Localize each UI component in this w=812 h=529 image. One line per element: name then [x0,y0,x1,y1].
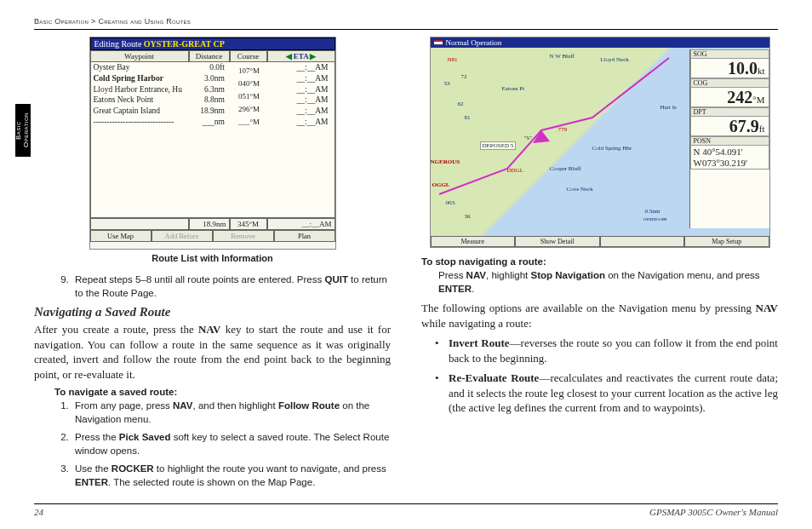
table-row: Great Captain Island18.9nm__:__AM [91,106,335,117]
list-item: Re-Evaluate Route—recalculates and react… [449,371,778,416]
table-row: Oyster Bay0.0ft__:__AM [91,62,335,73]
softkey-add-before[interactable]: Add Before [152,230,213,242]
subheading-to-navigate: To navigate a saved route: [54,387,391,397]
step-list-continued: Repeat steps 5–8 until all route points … [34,273,391,300]
route-list-totals: 18.9nm 345°M __:__AM [90,217,335,230]
dpt-label: DPT [690,107,769,117]
sog-value: 10.0kt [690,59,769,78]
course-column: 107°M 040°M 051°M 296°M ___°M [231,62,268,217]
map-canvas: N W Bluff Lloyd Neck Eatons Pt Hart Is C… [431,49,691,228]
sog-label: SOG [690,49,769,59]
paragraph: The following options are available on t… [421,301,778,331]
table-row: Lloyd Harbor Entrance, Hu6.3nm__:__AM [91,84,335,95]
list-item: Press the Pick Saved soft key to select … [71,431,391,457]
section-tab: Basic Operation [15,104,31,157]
page-number: 24 [34,507,43,517]
manual-title: GPSMAP 3005C Owner's Manual [649,507,778,517]
right-column: Normal Operation N W Bluff Lloyd Neck Ea… [421,37,778,494]
route-list-body: Oyster Bay0.0ft__:__AM Cold Spring Harbo… [90,62,335,217]
header-rule [34,29,778,30]
step-list-navigate: From any page, press NAV, and then highl… [34,400,391,489]
table-row: ------------------------------___nm__:__… [91,117,335,128]
posn-label: POSN [690,136,769,146]
softkey-remove[interactable]: Remove [213,230,274,242]
stop-instruction: Press NAV, highlight Stop Navigation on … [438,269,778,296]
route-list-screenshot: Editing Route OYSTER-GREAT CP Waypoint D… [89,37,336,250]
softkey-map-setup[interactable]: Map Setup [684,236,769,247]
dpt-value: 67.9ft [690,117,769,136]
softkey-use-map[interactable]: Use Map [90,230,152,242]
table-row: Cold Spring Harbor3.0nm__:__AM [91,73,335,84]
route-list-headers: Waypoint Distance Course ◀ ETA ▶ [90,50,335,62]
paragraph: After you create a route, press the NAV … [34,322,391,382]
list-item: Use the ROCKER to highlight the route yo… [71,463,391,489]
subheading-to-stop: To stop navigating a route: [421,256,778,267]
left-column: Editing Route OYSTER-GREAT CP Waypoint D… [34,37,391,494]
cog-value: 242°M [690,88,769,107]
posn-value: N 40°54.091'W073°30.219' [690,146,769,170]
options-list: Invert Route—reverses the route so you c… [421,336,778,416]
softkey-show-detail[interactable]: Show Detail [515,236,600,247]
flag-icon [434,40,443,46]
map-softkeys: Measure Show Detail Map Setup [431,236,769,247]
table-row: Eatons Neck Point8.8nm__:__AM [91,95,335,106]
screenshot-caption: Route List with Information [34,253,391,263]
route-list-title: Editing Route OYSTER-GREAT CP [90,37,335,50]
cog-label: COG [690,78,769,88]
map-screenshot: Normal Operation N W Bluff Lloyd Neck Ea… [430,37,770,248]
softkey-blank [600,236,685,247]
softkey-measure[interactable]: Measure [431,236,516,247]
heading-navigating-saved-route: Navigating a Saved Route [34,305,391,319]
running-header: Basic Operation > Creating and Using Rou… [34,17,778,26]
map-title-bar: Normal Operation [431,37,769,48]
list-item: From any page, press NAV, and then highl… [71,400,391,426]
softkey-plan[interactable]: Plan [274,230,335,242]
list-item: Repeat steps 5–8 until all route points … [71,273,391,300]
map-data-panel: SOG 10.0kt COG 242°M DPT 67.9ft POSN N 4… [689,49,769,228]
page-footer: 24 GPSMAP 3005C Owner's Manual [34,503,778,517]
list-item: Invert Route—reverses the route so you c… [449,336,778,365]
route-list-softkeys: Use Map Add Before Remove Plan [90,230,335,242]
